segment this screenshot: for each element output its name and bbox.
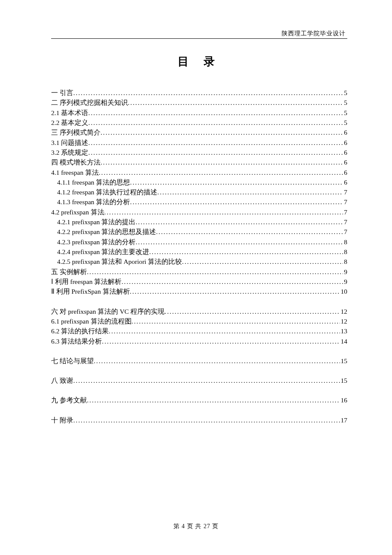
toc-entry: 八 致谢15 [51,376,347,385]
toc-entry: 4.2.4 prefixspan 算法的主要改进 8 [51,247,347,257]
toc-entry-page: 6 [343,168,347,177]
toc-gap [51,366,347,376]
toc-leader-dots [164,306,340,316]
toc-entry-label: 3.2 系统规定 [51,147,88,157]
toc-leader-dots [73,415,340,425]
toc-entry-page: 7 [343,197,347,207]
toc-leader-dots [135,237,343,247]
toc-entry-page: 8 [343,247,347,257]
toc-entry-label: 4.2.3 prefixspan 算法的分析 [57,237,135,247]
toc-leader-dots [132,316,340,326]
toc-gap [51,405,347,415]
toc-entry-page: 7 [343,207,347,217]
toc-entry: 一 引言5 [51,88,347,98]
toc-entry-page: 6 [343,157,347,167]
toc-leader-dots [101,157,343,167]
toc-leader-dots [99,168,343,177]
toc-entry-page: 9 [343,277,347,286]
toc-leader-dots [88,118,343,127]
toc-entry-label: 3.1 问题描述 [51,138,88,147]
toc-entry-label: 九 参考文献 [51,395,87,405]
toc-gap [51,297,347,306]
toc-leader-dots [156,227,343,237]
toc-entry-page: 10 [340,286,348,296]
toc-entry-page: 5 [343,98,347,107]
toc-entry-page: 6 [343,138,347,147]
toc-entry-label: 三 序列模式简介 [51,127,101,137]
toc-entry-page: 13 [340,326,348,336]
toc-entry-label: 2.2 基本定义 [51,118,88,127]
toc-entry-label: 4.1.3 freespan 算法的分析 [57,197,130,207]
toc-leader-dots [109,326,340,336]
toc-entry-label: 4.2.2 prefixspan 算法的思想及描述 [57,227,156,237]
toc-leader-dots [121,277,343,286]
toc-entry-label: 十 附录 [51,415,73,425]
toc-entry-page: 8 [343,237,347,247]
toc-leader-dots [130,197,343,207]
toc-entry-page: 8 [343,257,347,266]
toc-entry-page: 12 [340,306,348,316]
toc-leader-dots [88,108,343,118]
toc-entry-page: 9 [343,267,347,277]
toc-entry-page: 16 [340,395,348,405]
toc-entry-label: 五 实例解析 [51,267,87,277]
toc-entry: 六 对 prefixspan 算法的 VC 程序的实现12 [51,306,347,316]
toc-entry: 2.2 基本定义5 [51,118,347,127]
toc-entry-label: 4.1.2 freespan 算法执行过程的描述 [57,187,157,197]
toc-entry-page: 15 [340,376,348,385]
page-container: 陕西理工学院毕业设计 目 录 一 引言5二 序列模式挖掘相关知识52.1 基本术… [0,0,392,555]
toc-entry: Ⅱ 利用 PrefixSpan 算法解析10 [51,286,347,296]
toc-entry-label: 八 致谢 [51,376,73,385]
toc-leader-dots [101,127,343,137]
toc-entry: Ⅰ 利用 freespan 算法解析9 [51,277,347,286]
toc-leader-dots [94,356,340,366]
toc-leader-dots [73,376,340,385]
toc-entry: 4.2.1 prefixspan 算法的提出 7 [51,217,347,227]
toc-entry: 五 实例解析9 [51,267,347,277]
toc-leader-dots [130,177,343,187]
toc-entry-label: 4.2.1 prefixspan 算法的提出 [57,217,135,227]
toc-leader-dots [104,207,343,217]
toc-entry-page: 7 [343,217,347,227]
toc-entry: 4.1.3 freespan 算法的分析 7 [51,197,347,207]
toc-entry: 6.3 算法结果分析14 [51,336,347,346]
toc-entry: 3.2 系统规定6 [51,147,347,157]
toc-leader-dots [88,138,343,147]
toc-entry: 6.1 prefixspan 算法的流程图 12 [51,316,347,326]
toc-entry-label: 4.2.5 prefixspan 算法和 Aporiori 算法的比较 [57,257,182,266]
toc-entry-label: Ⅱ 利用 PrefixSpan 算法解析 [51,286,130,296]
toc-title: 目 录 [51,54,347,69]
toc-entry-label: 4.1 freespan 算法 [51,168,99,177]
toc-entry-label: 4.1.1 freespan 算法的思想 [57,177,130,187]
page-footer: 第 4 页 共 27 页 [0,523,392,530]
toc-entry-page: 6 [343,127,347,137]
toc-leader-dots [130,286,340,296]
toc-leader-dots [157,187,343,197]
toc-entry-page: 6 [343,177,347,187]
toc-entry-label: 4.2 prefixspan 算法 [51,207,104,217]
toc-entry: 九 参考文献16 [51,395,347,405]
toc-entry: 四 模式增长方法6 [51,157,347,167]
toc-entry-page: 17 [340,415,348,425]
toc-entry-label: 六 对 prefixspan 算法的 VC 程序的实现 [51,306,164,316]
toc-leader-dots [102,336,340,346]
toc-leader-dots [135,217,343,227]
toc-entry-label: 二 序列模式挖掘相关知识 [51,98,128,107]
toc-entry-page: 7 [343,227,347,237]
toc-entry-label: 四 模式增长方法 [51,157,101,167]
toc-entry-page: 5 [343,88,347,98]
toc-entry: 十 附录17 [51,415,347,425]
toc-entry-label: 一 引言 [51,88,73,98]
toc-entry-page: 7 [343,187,347,197]
toc-entry: 三 序列模式简介6 [51,127,347,137]
toc-entry: 4.2.5 prefixspan 算法和 Aporiori 算法的比较 8 [51,257,347,266]
table-of-contents: 一 引言5二 序列模式挖掘相关知识52.1 基本术语52.2 基本定义5三 序列… [51,88,347,425]
toc-entry-page: 12 [340,316,348,326]
toc-entry: 4.2 prefixspan 算法 7 [51,207,347,217]
toc-entry-label: 2.1 基本术语 [51,108,88,118]
header-rule: 陕西理工学院毕业设计 [51,30,347,39]
toc-gap [51,346,347,356]
toc-entry: 二 序列模式挖掘相关知识5 [51,98,347,107]
toc-leader-dots [88,147,343,157]
toc-entry: 4.1.1 freespan 算法的思想 6 [51,177,347,187]
